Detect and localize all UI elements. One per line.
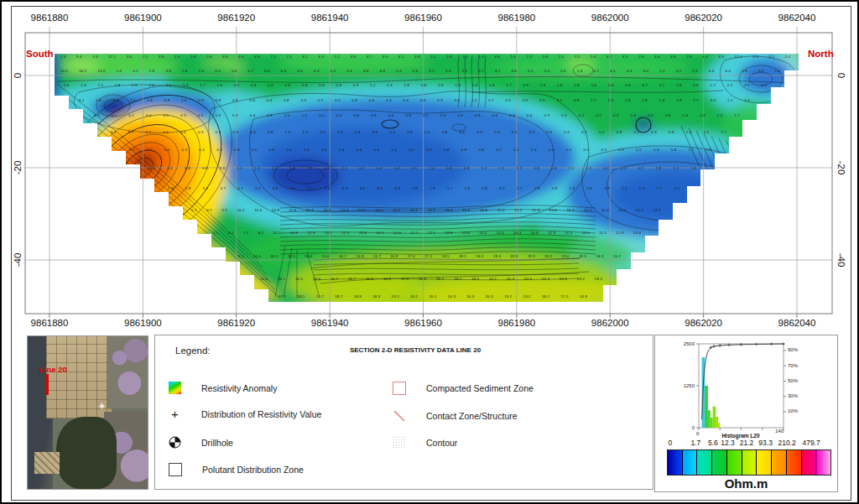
x-tick-label: 9861980: [497, 318, 535, 328]
colorbar-tick-label: 5.6: [708, 439, 718, 447]
resistivity-value-row: 1.9 9.4 1.6 12.1 3.4 2.1 3.8 2.3 5.8 5.6…: [60, 55, 790, 59]
polutant-zone-icon: [169, 463, 182, 476]
x-tick-label: 9861900: [124, 318, 162, 328]
figure-canvas: 1.9 9.4 1.6 12.1 3.4 2.1 3.8 2.3 5.8 5.6…: [0, 0, 859, 504]
resistivity-value-row: 6.7 0.1 0.1 0.0 0.5 0.3 0.3 0.3 0.3 0.4 …: [94, 113, 740, 117]
colorbar-segment: [816, 450, 830, 475]
contour-icon: [393, 436, 406, 449]
colorbar-tick-label: 479.7: [802, 439, 820, 447]
drillhole-icon: [169, 436, 181, 449]
map-vegetation-upper: [107, 336, 148, 408]
x-tick-label: 9862040: [778, 13, 816, 23]
hist-count-tick: 1250: [672, 383, 695, 388]
x-tick-label: 9862020: [685, 318, 722, 328]
colorbar-segment: [727, 450, 742, 475]
x-tick-label: 9861920: [217, 13, 255, 23]
north-label: North: [808, 49, 834, 59]
map-forest-area: [56, 417, 117, 489]
resistivity-value-row: 10.5 16.1 13.0 1.4 0.5 1.8 3.8 2.6 2.0 4…: [60, 69, 780, 73]
hist-percent-tick: 90%: [788, 347, 798, 352]
map-dock-area: [34, 452, 60, 474]
x-tick-label: 9862000: [591, 13, 629, 23]
resistivity-value-row: 6.1 2.8 1.4 1.5 1.8 0.8 2.6 0.9 0.8 0.8 …: [79, 98, 750, 102]
compacted-sediment-icon: [393, 382, 406, 395]
legend-item-distribution: + Distribution of Resistivity Value: [169, 409, 321, 419]
x-tick-label: 9861980: [497, 13, 535, 23]
x-tick-label: 9861880: [31, 13, 69, 23]
histogram-box: 01250250010%30%50%70%90%0140 Histogram L…: [654, 335, 838, 492]
colorbar-segment: [772, 450, 787, 475]
depth-tick-label: -20: [836, 161, 846, 175]
resistivity-value-row: 8.1 0.1 0.0 0.3 0.4 0.4 0.4 0.6 0.8 2.0 …: [129, 148, 711, 152]
histogram-title: Histogram L20: [695, 433, 787, 439]
resistivity-value-row: 40.6 6.1 0.8 0.9 1.0 1.1 1.2 1.4 1.8 1.6…: [148, 166, 696, 170]
colorbar-tick-label: 0: [669, 439, 673, 447]
x-tick-label: 9861880: [31, 318, 69, 328]
colorbar-segment: [757, 450, 772, 475]
resistivity-value-row: 9.1 10.4 16.5 16.5 16.6 16.6 16.7 16.8 1…: [238, 254, 621, 258]
x-tick-label: 9862000: [591, 318, 629, 328]
map-landmark-icon: ✦: [97, 400, 107, 413]
colorbar-segment: [787, 450, 802, 475]
hist-percent-tick: 70%: [788, 363, 798, 368]
colorbar-unit: Ohm.m: [655, 476, 837, 491]
x-tick-label: 9861900: [124, 13, 162, 23]
colorbar: [667, 449, 831, 475]
x-tick-label: 9861920: [217, 318, 255, 328]
legend-item-label: Compacted Sediment Zone: [426, 383, 534, 393]
legend-header: Legend:: [175, 346, 211, 356]
hist-count-tick: 0: [672, 425, 695, 430]
colorbar-segment: [742, 450, 757, 475]
resistivity-anomaly-icon: [169, 382, 181, 394]
legend-item-label: Drillhole: [201, 438, 233, 448]
resistivity-value-row: 15.4 16.1 16.5 16.6 16.7 16.7 16.8 16.8 …: [260, 277, 602, 281]
depth-tick-label: -20: [13, 161, 23, 175]
south-label: South: [26, 49, 54, 59]
colorbar-segment: [683, 450, 698, 475]
section-title: SECTION 2-D RESISTIVITY DATA LINE 20: [298, 346, 533, 354]
legend-item-compacted-sediment: Compacted Sediment Zone: [393, 382, 534, 395]
colorbar-segment: [668, 450, 683, 475]
colorbar-tick-label: 93.3: [758, 439, 773, 447]
legend-item-label: Contour: [426, 438, 457, 448]
colorbar-segment: [712, 450, 727, 475]
resistivity-value-row: 5.1 8.2 9.2 10.2 10.6 10.9 11.8 11.9 12.…: [191, 208, 661, 212]
legend-item-label: Polutant Distribution Zone: [202, 465, 304, 475]
colorbar-segment: [697, 450, 712, 475]
hist-count-tick: 2500: [672, 341, 695, 346]
x-tick-label: 9861940: [311, 13, 349, 23]
survey-line-label: Line 20: [39, 365, 67, 374]
resistivity-value-row: 17.1 18.5 18.7 18.7 18.8 18.9 19.2 19.5 …: [279, 294, 587, 299]
legend-item-resistivity-anomaly: Resistivity Anomaly: [169, 382, 277, 394]
contact-zone-icon: [393, 409, 406, 423]
colorbar-segment: [802, 450, 817, 475]
x-tick-label: 9861960: [404, 318, 442, 328]
hist-percent-tick: 50%: [788, 378, 798, 383]
legend-item-contour: Contour: [393, 436, 457, 449]
plus-icon: +: [169, 410, 181, 418]
resistivity-section-panel: 1.9 9.4 1.6 12.1 3.4 2.1 3.8 2.3 5.8 5.6…: [2, 2, 859, 335]
hist-percent-tick: 30%: [788, 393, 798, 398]
depth-tick-label: -40: [13, 253, 23, 268]
legend-item-polutant-zone: Polutant Distribution Zone: [169, 463, 304, 476]
location-map: ✦ Line 20: [27, 335, 148, 490]
colorbar-tick-label: 1.7: [690, 439, 700, 447]
legend-item-label: Resistivity Anomaly: [201, 383, 277, 393]
x-tick-label: 9862020: [685, 13, 722, 23]
legend-item-label: Distribution of Resistivity Value: [201, 409, 321, 419]
legend-item-drillhole: Drillhole: [169, 436, 233, 449]
x-tick-label: 9861960: [404, 13, 442, 23]
resistivity-value-row: 5.6 1.4 1.5 1.8 0.9 2.6 2.0 1.3 1.7 1.6 …: [64, 83, 767, 87]
x-tick-label: 9862040: [778, 318, 816, 328]
hist-percent-tick: 10%: [788, 408, 798, 413]
legend-item-label: Contact Zone/Structure: [426, 411, 518, 421]
legend-item-contact-zone: Contact Zone/Structure: [393, 409, 518, 423]
depth-tick-label: 0: [836, 73, 846, 78]
resistivity-value-row: 5.1 6.2 7.2 8.2 10.2 10.8 12.3 13.1 12.5…: [213, 231, 641, 235]
resistivity-value-row: 6.1 5.1 0.2 0.5 0.3 0.3 0.3 0.3 0.4 0.8 …: [111, 130, 726, 134]
depth-tick-label: -40: [836, 253, 846, 268]
survey-line-marker: [46, 374, 49, 395]
resistivity-value-row: 2.9 2.8 3.1 3.7 4.1 4.2 4.8 4.6 5.2 6.4 …: [168, 186, 679, 190]
legend-box: Legend: SECTION 2-D RESISTIVITY DATA LIN…: [154, 335, 653, 490]
colorbar-tick-label: 210.2: [778, 439, 795, 447]
